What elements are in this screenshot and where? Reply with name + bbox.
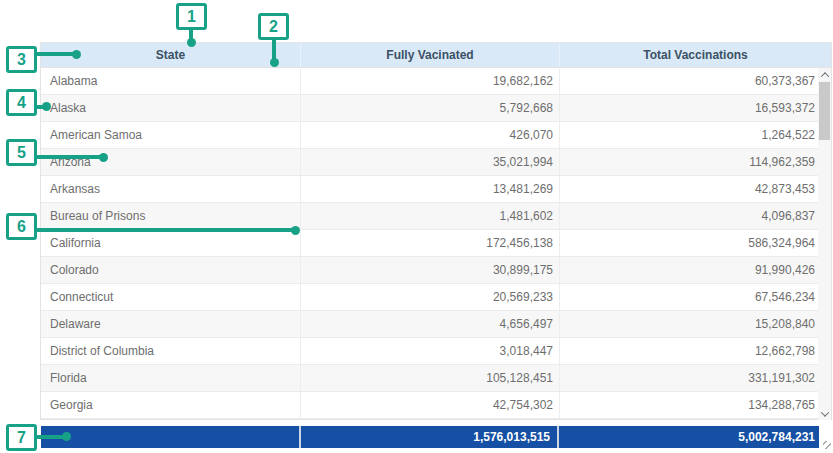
- state-cell: Connecticut: [41, 284, 301, 310]
- table-row[interactable]: Georgia 42,754,302 134,288,765: [41, 392, 831, 419]
- callout-badge-2: 2: [258, 13, 289, 40]
- table-row[interactable]: Arizona 35,021,994 114,962,359: [41, 149, 831, 176]
- state-cell: Delaware: [41, 311, 301, 337]
- state-cell: Florida: [41, 365, 301, 391]
- fully-vaccinated-cell: 172,456,138: [301, 230, 560, 256]
- totals-total-vaccinations-cell: 5,002,784,231: [559, 426, 819, 448]
- callout-badge-4: 4: [6, 89, 37, 116]
- state-cell: Arizona: [41, 149, 301, 175]
- fully-vaccinated-cell: 426,070: [301, 122, 560, 148]
- fully-vaccinated-cell: 35,021,994: [301, 149, 560, 175]
- callout-stem-3: [36, 52, 75, 56]
- total-vaccinations-cell: 42,873,453: [560, 176, 831, 202]
- callout-dot-5: [99, 153, 108, 162]
- vertical-scrollbar[interactable]: [818, 68, 831, 420]
- table-header-row: State Fully Vacinated Total Vaccinations: [40, 42, 832, 68]
- fully-vaccinated-cell: 3,018,447: [301, 338, 560, 364]
- total-vaccinations-cell: 4,096,837: [560, 203, 831, 229]
- state-cell: Arkansas: [41, 176, 301, 202]
- chevron-down-icon: [820, 408, 828, 416]
- totals-fully-vaccinated-cell: 1,576,013,515: [301, 426, 559, 448]
- table-row[interactable]: California 172,456,138 586,324,964: [41, 230, 831, 257]
- fully-vaccinated-cell: 4,656,497: [301, 311, 560, 337]
- callout-stem-5: [36, 155, 101, 159]
- callout-dot-3: [72, 50, 81, 59]
- total-vaccinations-cell: 12,662,798: [560, 338, 831, 364]
- scroll-up-button[interactable]: [818, 68, 831, 81]
- callout-stem-2: [272, 39, 276, 60]
- table-row[interactable]: Connecticut 20,569,233 67,546,234: [41, 284, 831, 311]
- table-row[interactable]: Arkansas 13,481,269 42,873,453: [41, 176, 831, 203]
- table-row[interactable]: Colorado 30,899,175 91,990,426: [41, 257, 831, 284]
- callout-dot-1: [187, 38, 196, 47]
- table-row[interactable]: District of Columbia 3,018,447 12,662,79…: [41, 338, 831, 365]
- fully-vaccinated-cell: 1,481,602: [301, 203, 560, 229]
- total-vaccinations-cell: 331,191,302: [560, 365, 831, 391]
- chevron-up-icon: [820, 72, 828, 80]
- fully-vaccinated-cell: 20,569,233: [301, 284, 560, 310]
- total-vaccinations-cell: 16,593,372: [560, 95, 831, 121]
- table-row[interactable]: Florida 105,128,451 331,191,302: [41, 365, 831, 392]
- callout-dot-7: [62, 432, 71, 441]
- table-body: Alabama 19,682,162 60,373,367 Alaska 5,7…: [40, 68, 832, 420]
- column-header-fully-vaccinated[interactable]: Fully Vacinated: [301, 43, 560, 67]
- callout-badge-6: 6: [6, 213, 37, 240]
- data-table-screen: State Fully Vacinated Total Vaccinations…: [0, 0, 833, 453]
- state-cell: District of Columbia: [41, 338, 301, 364]
- total-vaccinations-cell: 134,288,765: [560, 392, 831, 418]
- callout-dot-6: [291, 226, 300, 235]
- table-row[interactable]: Delaware 4,656,497 15,208,840: [41, 311, 831, 338]
- fully-vaccinated-cell: 105,128,451: [301, 365, 560, 391]
- callout-badge-5: 5: [6, 139, 37, 166]
- scrollbar-thumb[interactable]: [819, 82, 830, 140]
- fully-vaccinated-cell: 19,682,162: [301, 68, 560, 94]
- callout-badge-7: 7: [6, 424, 37, 451]
- fully-vaccinated-cell: 5,792,668: [301, 95, 560, 121]
- total-vaccinations-cell: 114,962,359: [560, 149, 831, 175]
- state-cell: American Samoa: [41, 122, 301, 148]
- table-row[interactable]: Bureau of Prisons 1,481,602 4,096,837: [41, 203, 831, 230]
- callout-stem-7: [36, 435, 64, 439]
- column-header-total-vaccinations[interactable]: Total Vaccinations: [560, 43, 831, 67]
- callout-dot-4: [42, 102, 51, 111]
- state-cell: Georgia: [41, 392, 301, 418]
- total-vaccinations-cell: 91,990,426: [560, 257, 831, 283]
- table-totals-row: 1,576,013,515 5,002,784,231: [41, 426, 819, 448]
- table-row[interactable]: Alaska 5,792,668 16,593,372: [41, 95, 831, 122]
- total-vaccinations-cell: 586,324,964: [560, 230, 831, 256]
- total-vaccinations-cell: 15,208,840: [560, 311, 831, 337]
- state-cell: Bureau of Prisons: [41, 203, 301, 229]
- table-row[interactable]: American Samoa 426,070 1,264,522: [41, 122, 831, 149]
- table-row[interactable]: Alabama 19,682,162 60,373,367: [41, 68, 831, 95]
- state-cell: California: [41, 230, 301, 256]
- fully-vaccinated-cell: 30,899,175: [301, 257, 560, 283]
- fully-vaccinated-cell: 13,481,269: [301, 176, 560, 202]
- total-vaccinations-cell: 60,373,367: [560, 68, 831, 94]
- resize-grip-icon[interactable]: [823, 441, 831, 449]
- fully-vaccinated-cell: 42,754,302: [301, 392, 560, 418]
- totals-state-cell: [41, 426, 301, 448]
- state-cell: Colorado: [41, 257, 301, 283]
- callout-badge-3: 3: [6, 46, 37, 73]
- state-cell: Alabama: [41, 68, 301, 94]
- callout-badge-1: 1: [176, 3, 207, 30]
- total-vaccinations-cell: 1,264,522: [560, 122, 831, 148]
- total-vaccinations-cell: 67,546,234: [560, 284, 831, 310]
- scroll-down-button[interactable]: [818, 407, 831, 420]
- callout-dot-2: [270, 58, 279, 67]
- callout-stem-6: [36, 228, 293, 232]
- state-cell: Alaska: [41, 95, 301, 121]
